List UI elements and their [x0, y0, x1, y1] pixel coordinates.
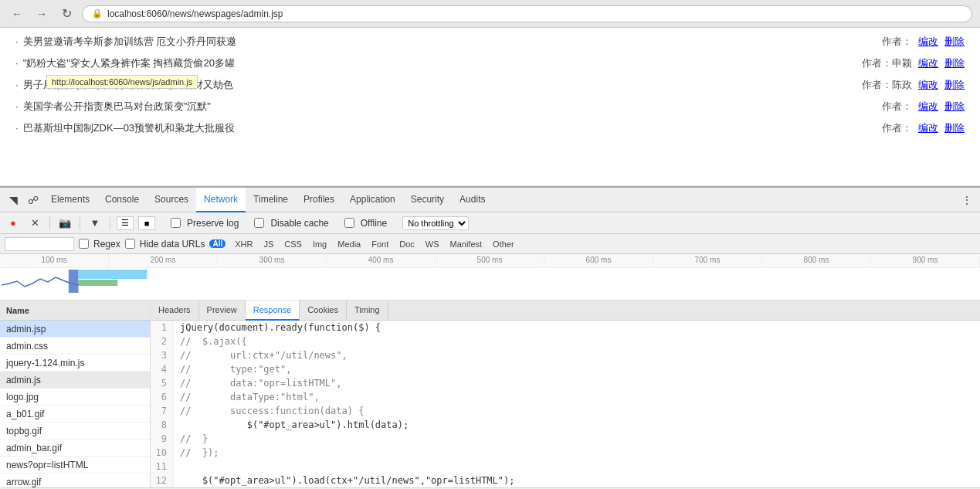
devtools-tab-application[interactable]: Application [342, 188, 403, 212]
line-code: // data:"opr=listHTML", [174, 376, 342, 390]
timeline-tick: 500 ms [436, 254, 544, 267]
code-line: 9// } [151, 432, 980, 446]
news-meta: 作者： 编改 删除 [850, 97, 965, 116]
disable-cache-checkbox[interactable] [254, 218, 264, 228]
back-button[interactable]: ← [8, 5, 26, 23]
filter-type-font[interactable]: Font [367, 238, 393, 250]
devtools-tab-sources[interactable]: Sources [147, 188, 196, 212]
file-list-item[interactable]: a_b01.gif [0, 406, 150, 423]
address-bar[interactable]: 🔒 localhost:6060/news/newspages/admin.js… [82, 5, 972, 22]
view-detail-button[interactable]: ■ [138, 216, 155, 230]
filter-type-manifest[interactable]: Manifest [446, 238, 487, 250]
timeline-chart [0, 268, 980, 301]
clear-button[interactable]: ✕ [26, 215, 43, 232]
code-tab-cookies[interactable]: Cookies [300, 301, 347, 321]
timeline-tick: 900 ms [871, 254, 980, 267]
all-badge: All [209, 239, 226, 248]
news-edit-link[interactable]: 编改 [918, 54, 938, 73]
filter-input[interactable] [5, 237, 74, 251]
throttling-select[interactable]: No throttling [402, 216, 469, 230]
regex-label: Regex [93, 239, 120, 250]
news-delete-link[interactable]: 删除 [944, 32, 965, 51]
devtools-tab-profiles[interactable]: Profiles [296, 188, 342, 212]
file-list-item[interactable]: admin_bar.gif [0, 440, 150, 457]
filter-type-img[interactable]: Img [308, 238, 331, 250]
device-toolbar-button[interactable]: ☍ [23, 190, 43, 210]
file-list-item[interactable]: admin.js [0, 372, 150, 389]
timeline-tick: 200 ms [109, 254, 218, 267]
inspect-element-button[interactable]: ◥ [3, 190, 23, 210]
devtools-tab-security[interactable]: Security [403, 188, 452, 212]
filter-type-doc[interactable]: Doc [395, 238, 419, 250]
news-delete-link[interactable]: 删除 [944, 54, 965, 73]
file-list-item[interactable]: news?opr=listHTML [0, 457, 150, 474]
refresh-button[interactable]: ↻ [57, 5, 76, 23]
line-code: // success:function(data) { [174, 404, 364, 418]
view-list-button[interactable]: ☰ [117, 216, 134, 230]
file-list-item[interactable]: topbg.gif [0, 423, 150, 440]
more-tools-button[interactable]: ⋮ [957, 190, 977, 210]
news-item: · 巴基斯坦中国制ZDK—03预警机和枭龙大批服役 作者： 编改 删除 [0, 117, 980, 139]
camera-button[interactable]: 📷 [56, 215, 73, 232]
filter-button[interactable]: ▼ [86, 215, 103, 232]
code-tab-response[interactable]: Response [246, 301, 300, 321]
filter-type-other[interactable]: Other [488, 238, 519, 250]
news-edit-link[interactable]: 编改 [918, 119, 938, 138]
news-edit-link[interactable]: 编改 [918, 76, 938, 94]
address-text: localhost:6060/news/newspages/admin.jsp [107, 8, 962, 19]
devtools-tab-elements[interactable]: Elements [43, 188, 97, 212]
toolbar-separator [49, 217, 50, 229]
code-tab-headers[interactable]: Headers [151, 301, 199, 321]
file-list-item[interactable]: admin.jsp [0, 321, 150, 338]
line-code: // url:ctx+"/util/news", [174, 348, 348, 362]
timeline-tick: 400 ms [327, 254, 436, 267]
regex-checkbox[interactable] [79, 239, 89, 249]
bullet: · [15, 119, 19, 138]
line-code: $("#opt_area>ul").load(ctx+"/util/news",… [174, 474, 514, 487]
line-code: $("#opt_area>ul").html(data); [174, 418, 409, 432]
line-number: 2 [151, 334, 174, 348]
line-code: // } [174, 432, 208, 446]
code-line: 10// }); [151, 446, 980, 460]
filter-type-css[interactable]: CSS [280, 238, 307, 250]
file-list-item[interactable]: arrow.gif [0, 474, 150, 487]
stop-recording-button[interactable]: ● [5, 215, 22, 232]
news-item: · "奶粉大盗"穿女人紧身裤作案 掏裆藏货偷20多罐 作者：申颖 编改 删除 [0, 53, 980, 74]
line-code: // type:"get", [174, 362, 292, 376]
hide-data-urls-checkbox[interactable] [125, 239, 135, 249]
devtools-tab-network[interactable]: Network [196, 188, 246, 212]
code-tab-timing[interactable]: Timing [347, 301, 388, 321]
line-code [174, 460, 180, 474]
file-list-item[interactable]: logo.jpg [0, 389, 150, 406]
devtools-tab-audits[interactable]: Audits [452, 188, 493, 212]
news-delete-link[interactable]: 删除 [944, 97, 965, 116]
devtools-tab-console[interactable]: Console [97, 188, 147, 212]
news-edit-link[interactable]: 编改 [918, 32, 938, 51]
news-item: · 美男篮邀请考辛斯参加训练营 厄文小乔丹同获邀 作者： 编改 删除 [0, 31, 980, 53]
news-delete-link[interactable]: 删除 [944, 76, 965, 94]
preserve-log-checkbox[interactable] [171, 218, 181, 228]
news-author: 作者： [850, 32, 912, 51]
line-number: 3 [151, 348, 174, 362]
devtools-tab-timeline[interactable]: Timeline [246, 188, 296, 212]
filter-type-media[interactable]: Media [333, 238, 365, 250]
news-title: 美国学者公开指责奥巴马对台政策变"沉默" [23, 97, 850, 116]
filter-type-ws[interactable]: WS [421, 238, 444, 250]
news-delete-link[interactable]: 删除 [944, 119, 965, 138]
code-tabs: HeadersPreviewResponseCookiesTiming [151, 301, 980, 321]
forward-button[interactable]: → [32, 5, 51, 23]
filter-type-js[interactable]: JS [259, 238, 278, 250]
disable-cache-label: Disable cache [270, 218, 328, 229]
filter-type-xhr[interactable]: XHR [230, 238, 257, 250]
file-list-item[interactable]: admin.css [0, 338, 150, 355]
devtools-panel: ◥ ☍ ElementsConsoleSourcesNetworkTimelin… [0, 186, 980, 487]
code-line: 6// dataType:"html", [151, 390, 980, 404]
bullet: · [15, 76, 19, 94]
news-edit-link[interactable]: 编改 [918, 97, 938, 116]
code-line: 3// url:ctx+"/util/news", [151, 348, 980, 362]
bullet: · [15, 54, 19, 73]
offline-checkbox[interactable] [344, 218, 354, 228]
code-tab-preview[interactable]: Preview [199, 301, 246, 321]
file-list-item[interactable]: jquery-1.124.min.js [0, 355, 150, 372]
line-code: // }); [174, 446, 219, 460]
